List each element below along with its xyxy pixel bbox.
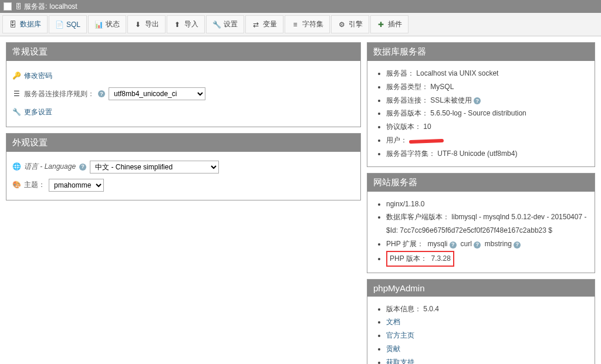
tab-charsets[interactable]: ≡字符集 bbox=[285, 15, 330, 33]
globe-icon: 🌐 bbox=[12, 163, 21, 171]
list-icon: ☰ bbox=[12, 90, 21, 98]
collation-label: 服务器连接排序规则： bbox=[24, 87, 94, 101]
theme-select[interactable]: pmahomme bbox=[49, 179, 104, 192]
tab-engines[interactable]: ⚙引擎 bbox=[331, 15, 369, 33]
panel-database-server: 数据库服务器 服务器： Localhost via UNIX socket 服务… bbox=[367, 42, 595, 167]
tab-label: 插件 bbox=[388, 19, 402, 29]
panel-phpmyadmin: phpMyAdmin 版本信息： 5.0.4 文档 官方主页 贡献 获取支持 更… bbox=[367, 279, 595, 364]
tab-label: 字符集 bbox=[302, 19, 323, 29]
panel-title: phpMyAdmin bbox=[367, 280, 595, 297]
docs-link[interactable]: 文档 bbox=[386, 318, 400, 326]
panel-general-settings: 常规设置 🔑 修改密码 ☰ 服务器连接排序规则： ? utf8mb4_unico… bbox=[6, 42, 361, 127]
engines-icon: ⚙ bbox=[337, 21, 346, 29]
panel-title: 网站服务器 bbox=[367, 174, 595, 192]
tab-sql[interactable]: 📄SQL bbox=[49, 15, 87, 33]
panel-title: 数据库服务器 bbox=[367, 43, 595, 61]
list-item: 数据库客户端版本： libmysql - mysqlnd 5.0.12-dev … bbox=[386, 210, 589, 237]
list-item: 服务器类型： MySQL bbox=[386, 80, 589, 94]
help-icon[interactable]: ? bbox=[514, 241, 521, 249]
list-item: 服务器： Localhost via UNIX socket bbox=[386, 67, 589, 80]
tab-label: 导入 bbox=[184, 19, 198, 29]
main-toolbar: 🗄数据库 📄SQL 📊状态 ⬇导出 ⬆导入 🔧设置 ⇄变量 ≡字符集 ⚙引擎 ✚… bbox=[0, 13, 601, 36]
list-item-php-version: PHP 版本： 7.3.28 bbox=[386, 251, 589, 267]
tab-export[interactable]: ⬇导出 bbox=[127, 15, 166, 33]
help-icon[interactable]: ? bbox=[474, 97, 481, 104]
tab-databases[interactable]: 🗄数据库 bbox=[2, 15, 48, 33]
breadcrumb: 🗄 服务器: localhost bbox=[15, 2, 77, 12]
wrench-icon: 🔧 bbox=[12, 108, 21, 116]
panel-appearance-settings: 外观设置 🌐 语言 - Language ? 中文 - Chinese simp… bbox=[6, 133, 361, 200]
help-icon[interactable]: ? bbox=[450, 241, 457, 249]
list-item: 获取支持 bbox=[386, 356, 589, 364]
variables-icon: ⇄ bbox=[252, 21, 260, 29]
panel-web-server: 网站服务器 nginx/1.18.0 数据库客户端版本： libmysql - … bbox=[367, 173, 595, 273]
more-settings-link[interactable]: 更多设置 bbox=[24, 106, 52, 119]
tab-label: 导出 bbox=[145, 19, 159, 29]
help-icon[interactable]: ? bbox=[79, 164, 86, 171]
panel-title: 常规设置 bbox=[6, 43, 360, 61]
server-name: localhost bbox=[49, 2, 77, 11]
tab-label: 设置 bbox=[224, 19, 238, 29]
charsets-icon: ≡ bbox=[291, 21, 299, 29]
tab-settings[interactable]: 🔧设置 bbox=[206, 15, 244, 33]
key-icon: 🔑 bbox=[12, 72, 21, 80]
homepage-link[interactable]: 官方主页 bbox=[386, 331, 414, 339]
list-item: 用户： bbox=[386, 134, 589, 147]
import-icon: ⬆ bbox=[173, 21, 181, 29]
server-icon: 🗄 bbox=[15, 3, 22, 10]
plugins-icon: ✚ bbox=[377, 21, 385, 29]
list-item: 文档 bbox=[386, 315, 589, 329]
list-item: 官方主页 bbox=[386, 329, 589, 342]
php-version-highlight: PHP 版本： 7.3.28 bbox=[386, 251, 454, 267]
list-item: PHP 扩展： mysqli ? curl ? mbstring ? bbox=[386, 237, 589, 251]
database-icon: 🗄 bbox=[9, 21, 17, 29]
tab-status[interactable]: 📊状态 bbox=[88, 15, 126, 33]
tab-label: SQL bbox=[66, 21, 80, 29]
status-icon: 📊 bbox=[94, 21, 103, 29]
collation-select[interactable]: utf8mb4_unicode_ci bbox=[109, 87, 205, 100]
server-prefix: 服务器: bbox=[24, 2, 47, 12]
panel-title: 外观设置 bbox=[6, 134, 360, 152]
tab-import[interactable]: ⬆导入 bbox=[167, 15, 205, 33]
tab-label: 数据库 bbox=[20, 19, 41, 29]
tab-variables[interactable]: ⇄变量 bbox=[245, 15, 283, 33]
change-password-link[interactable]: 修改密码 bbox=[24, 69, 52, 83]
list-item: 服务器连接： SSL未被使用 ? bbox=[386, 94, 589, 107]
list-item: 协议版本： 10 bbox=[386, 120, 589, 134]
theme-label: 主题： bbox=[24, 178, 45, 192]
help-icon[interactable]: ? bbox=[474, 241, 481, 249]
settings-icon: 🔧 bbox=[212, 21, 221, 29]
export-icon: ⬇ bbox=[134, 21, 142, 29]
list-item: 贡献 bbox=[386, 342, 589, 356]
language-label: 语言 - Language bbox=[24, 160, 76, 174]
tab-plugins[interactable]: ✚插件 bbox=[370, 15, 408, 33]
window-menu-icon[interactable] bbox=[4, 2, 12, 11]
language-select[interactable]: 中文 - Chinese simplified bbox=[90, 161, 219, 174]
window-titlebar: 🗄 服务器: localhost bbox=[0, 0, 601, 13]
redacted-user bbox=[409, 134, 444, 147]
list-item: 服务器版本： 5.6.50-log - Source distribution bbox=[386, 107, 589, 120]
sql-icon: 📄 bbox=[55, 21, 63, 29]
tab-label: 变量 bbox=[263, 19, 277, 29]
tab-label: 状态 bbox=[106, 19, 120, 29]
list-item: 服务器字符集： UTF-8 Unicode (utf8mb4) bbox=[386, 147, 589, 161]
help-icon[interactable]: ? bbox=[98, 90, 105, 97]
list-item: nginx/1.18.0 bbox=[386, 198, 589, 211]
theme-icon: 🎨 bbox=[12, 181, 21, 189]
tab-label: 引擎 bbox=[349, 19, 363, 29]
support-link[interactable]: 获取支持 bbox=[386, 358, 414, 364]
list-item: 版本信息： 5.0.4 bbox=[386, 302, 589, 316]
contribute-link[interactable]: 贡献 bbox=[386, 345, 400, 353]
